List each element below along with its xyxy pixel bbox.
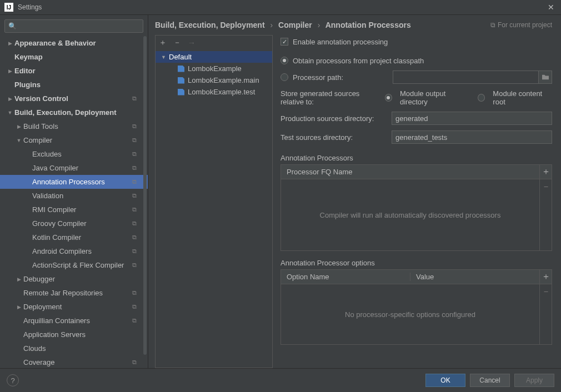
copy-icon: ⧉ — [132, 178, 137, 185]
sidebar-item-label: Keymap — [14, 53, 148, 61]
sidebar-item-label: Arquillian Containers — [23, 316, 148, 325]
sidebar-item-label: Plugins — [14, 81, 148, 89]
sidebar-item[interactable]: ▼Compiler⧉ — [0, 133, 148, 147]
sidebar-item[interactable]: ▶Appearance & Behavior — [0, 36, 148, 50]
sidebar-item[interactable]: Coverage⧉ — [0, 355, 148, 368]
sidebar-item[interactable]: Android Compilers⧉ — [0, 244, 148, 258]
browse-folder-button[interactable] — [539, 71, 552, 84]
sidebar-item-label: Appearance & Behavior — [14, 39, 148, 47]
module-label: LombokExample — [188, 64, 242, 73]
sidebar-item[interactable]: ▶Debugger — [0, 272, 148, 286]
sidebar-item[interactable]: ActionScript & Flex Compiler⧉ — [0, 258, 148, 272]
chevron-right-icon: ▶ — [7, 68, 13, 74]
sidebar-item-label: Deployment — [23, 303, 148, 311]
chevron-down-icon: ▼ — [161, 54, 167, 60]
copy-icon: ⧉ — [132, 303, 137, 310]
ok-button[interactable]: OK — [425, 374, 465, 387]
search-box[interactable]: 🔍 — [4, 19, 143, 33]
chevron-right-icon: ▶ — [7, 41, 13, 46]
processors-empty-text: Compiler will run all automatically disc… — [281, 179, 539, 250]
sidebar-item[interactable]: ▶Build Tools⧉ — [0, 119, 148, 133]
add-option-button[interactable]: ＋ — [540, 270, 552, 284]
sidebar-item[interactable]: Keymap — [0, 50, 148, 64]
chevron-down-icon: ▼ — [7, 110, 13, 115]
obtain-classpath-label: Obtain processors from project classpath — [293, 57, 424, 65]
sidebar-item[interactable]: ▶Editor — [0, 64, 148, 78]
sidebar-item[interactable]: Clouds — [0, 341, 148, 355]
sidebar-item-label: Coverage — [23, 358, 148, 366]
sidebar-item-label: Debugger — [23, 275, 148, 283]
copy-icon: ⧉ — [132, 137, 137, 144]
sidebar-item[interactable]: ▼Build, Execution, Deployment — [0, 105, 148, 119]
scrollbar[interactable] — [143, 36, 147, 355]
search-input[interactable] — [19, 22, 139, 30]
apply-button[interactable]: Apply — [514, 374, 554, 387]
sidebar-item[interactable]: ▶Version Control⧉ — [0, 92, 148, 105]
sidebar-item[interactable]: Validation⧉ — [0, 189, 148, 203]
copy-icon: ⧉ — [132, 289, 137, 296]
profile-module[interactable]: LombokExample.test — [156, 86, 272, 98]
settings-sidebar: 🔍 ▶Appearance & BehaviorKeymap▶EditorPlu… — [0, 15, 148, 368]
profile-module[interactable]: LombokExample — [156, 63, 272, 74]
options-header-value: Value — [410, 273, 539, 281]
cancel-button[interactable]: Cancel — [470, 374, 510, 387]
titlebar: IJ Settings ✕ — [0, 0, 561, 15]
module-content-radio[interactable] — [478, 94, 485, 102]
processors-table: Processor FQ Name ＋ Compiler will run al… — [280, 164, 552, 251]
sidebar-item[interactable]: Application Servers — [0, 328, 148, 341]
close-icon[interactable]: ✕ — [545, 3, 557, 12]
move-to-profile-button: → — [187, 38, 197, 47]
search-icon: 🔍 — [8, 22, 17, 30]
options-header-name: Option Name — [281, 273, 410, 281]
processor-path-radio[interactable] — [280, 73, 288, 81]
breadcrumb: Build, Execution, Deployment › Compiler … — [155, 21, 490, 29]
sidebar-item-label: Java Compiler — [32, 164, 148, 172]
sidebar-item-label: Remote Jar Repositories — [23, 289, 148, 297]
remove-profile-button[interactable]: － — [172, 38, 182, 48]
test-dir-input[interactable] — [392, 130, 552, 144]
sidebar-item-label: Android Compilers — [32, 247, 148, 255]
window-title: Settings — [18, 3, 545, 11]
add-profile-button[interactable]: ＋ — [158, 38, 168, 48]
ap-section-label: Annotation Processors — [280, 154, 552, 162]
sidebar-item[interactable]: Groovy Compiler⧉ — [0, 217, 148, 230]
opts-section-label: Annotation Processor options — [280, 259, 552, 267]
breadcrumb-part[interactable]: Build, Execution, Deployment — [155, 21, 265, 29]
sidebar-item[interactable]: RMI Compiler⧉ — [0, 203, 148, 217]
module-icon — [178, 89, 184, 96]
add-processor-button[interactable]: ＋ — [540, 165, 552, 179]
profile-panel: ＋ － → ▼ Default LombokExample Lom — [155, 35, 273, 368]
obtain-classpath-radio[interactable] — [280, 57, 288, 64]
breadcrumb-part[interactable]: Compiler — [278, 21, 312, 29]
chevron-right-icon: ▶ — [16, 124, 22, 129]
app-logo-icon: IJ — [4, 3, 13, 12]
sidebar-item[interactable]: Plugins — [0, 78, 148, 92]
sidebar-item[interactable]: Java Compiler⧉ — [0, 161, 148, 175]
module-output-radio[interactable] — [385, 94, 392, 102]
copy-icon: ⧉ — [132, 150, 137, 158]
breadcrumb-part: Annotation Processors — [325, 21, 411, 29]
chevron-right-icon: ▶ — [16, 277, 22, 282]
module-icon — [178, 66, 184, 72]
store-label: Store generated sources relative to: — [280, 89, 385, 106]
prod-dir-input[interactable] — [392, 112, 552, 125]
sidebar-item[interactable]: Kotlin Compiler⧉ — [0, 230, 148, 244]
folder-icon — [542, 74, 549, 81]
sidebar-item[interactable]: Arquillian Containers⧉ — [0, 314, 148, 328]
profile-module[interactable]: LombokExample.main — [156, 74, 272, 86]
chevron-right-icon: ▶ — [16, 304, 22, 310]
options-empty-text: No processor-specific options configured — [281, 284, 539, 344]
profile-tree: ▼ Default LombokExample LombokExample.ma… — [156, 50, 272, 368]
sidebar-item[interactable]: ▶Deployment⧉ — [0, 300, 148, 314]
enable-annotation-checkbox[interactable] — [280, 38, 288, 46]
test-dir-label: Test sources directory: — [280, 133, 392, 142]
sidebar-item[interactable]: Excludes⧉ — [0, 147, 148, 161]
sidebar-item[interactable]: Annotation Processors⧉ — [0, 175, 148, 189]
sidebar-item-label: RMI Compiler — [32, 205, 148, 214]
sidebar-item-label: Clouds — [23, 344, 148, 353]
copy-icon: ⧉ — [132, 359, 137, 366]
profile-default[interactable]: ▼ Default — [156, 51, 272, 63]
processor-path-label: Processor path: — [293, 73, 393, 82]
help-button[interactable]: ? — [7, 374, 19, 386]
sidebar-item[interactable]: Remote Jar Repositories⧉ — [0, 286, 148, 300]
